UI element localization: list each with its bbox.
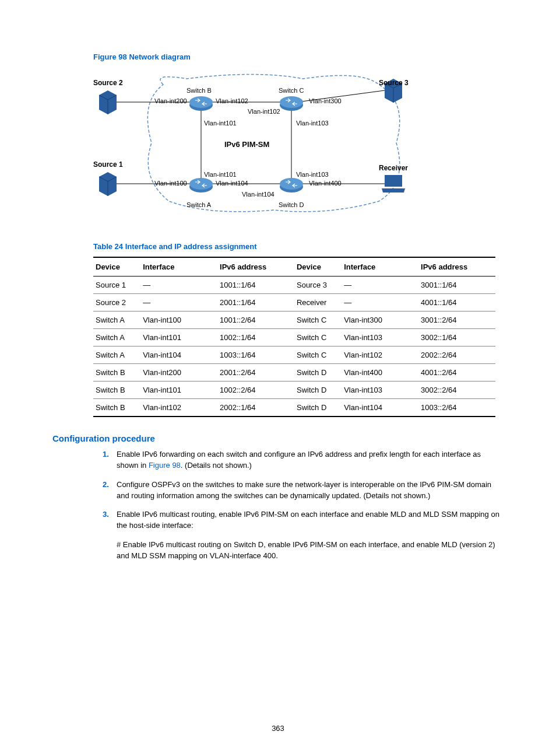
label-switchD: Switch D [279, 201, 304, 208]
table-cell: 2001::2/64 [217, 364, 294, 382]
iface-c102: Vlan-int102 [248, 108, 280, 115]
table-cell: Vlan-int400 [342, 364, 418, 382]
th-addr1: IPv6 address [217, 257, 294, 276]
iface-c103: Vlan-int103 [296, 120, 329, 127]
table-cell: Vlan-int103 [342, 382, 418, 399]
table-row: Switch BVlan-int1011002::2/64Switch DVla… [93, 382, 495, 399]
table-cell: — [342, 294, 418, 312]
table-cell: Vlan-int103 [342, 329, 418, 346]
table-cell: Vlan-int300 [342, 312, 418, 329]
section-title: Configuration procedure [52, 433, 504, 443]
table-cell: Vlan-int104 [342, 399, 418, 417]
iface-a104b: Vlan-int104 [242, 191, 275, 198]
table-cell: Switch D [294, 399, 342, 417]
table-cell: 2002::1/64 [217, 399, 294, 417]
table-row: Source 2—2001::1/64Receiver—4001::1/64 [93, 294, 495, 312]
svg-point-13 [189, 178, 213, 190]
table-cell: Switch C [294, 346, 342, 364]
table-row: Switch AVlan-int1001001::2/64Switch CVla… [93, 312, 495, 329]
table-cell: Switch D [294, 382, 342, 399]
th-interface1: Interface [140, 257, 217, 276]
table-cell: — [342, 276, 418, 294]
table-cell: 1003::2/64 [418, 399, 495, 417]
step1-b: . (Details not shown.) [181, 461, 252, 470]
iface-b102: Vlan-int102 [216, 97, 248, 104]
svg-point-15 [280, 178, 303, 190]
page-number: 363 [0, 724, 556, 733]
table-cell: 4001::1/64 [418, 294, 495, 312]
table-cell: 3001::1/64 [418, 276, 495, 294]
table-cell: 2002::2/64 [418, 346, 495, 364]
table-row: Switch BVlan-int2002001::2/64Switch DVla… [93, 364, 495, 382]
table-cell: Switch B [93, 399, 140, 417]
label-source1: Source 1 [93, 160, 123, 169]
table-cell: Source 3 [294, 276, 342, 294]
iface-a104: Vlan-int104 [216, 180, 248, 187]
table-cell: Switch B [93, 382, 140, 399]
label-source3: Source 3 [379, 79, 409, 87]
iface-d400: Vlan-int400 [309, 180, 342, 187]
table-cell: — [140, 294, 217, 312]
step-2: Configure OSPFv3 on the switches to make… [117, 480, 504, 502]
figure-caption: Figure 98 Network diagram [93, 52, 504, 61]
table-row: Switch AVlan-int1011002::1/64Switch CVla… [93, 329, 495, 346]
step-1: Enable IPv6 forwarding on each switch an… [117, 449, 504, 471]
table-cell: Vlan-int200 [140, 364, 217, 382]
label-switchC: Switch C [279, 87, 304, 94]
table-cell: Switch C [294, 312, 342, 329]
table-cell: Vlan-int102 [140, 399, 217, 417]
table-cell: 1002::2/64 [217, 382, 294, 399]
table-cell: — [140, 276, 217, 294]
th-addr2: IPv6 address [418, 257, 495, 276]
table-cell: Source 2 [93, 294, 140, 312]
iface-c300: Vlan-int300 [309, 97, 342, 104]
table-cell: Vlan-int101 [140, 382, 217, 399]
label-source2: Source 2 [93, 79, 123, 87]
th-device2: Device [294, 257, 342, 276]
table-cell: Receiver [294, 294, 342, 312]
table-cell: Switch A [93, 346, 140, 364]
table-row: Source 1—1001::1/64Source 3—3001::1/64 [93, 276, 495, 294]
table-cell: 1001::1/64 [217, 276, 294, 294]
iface-a101: Vlan-int101 [204, 171, 237, 178]
label-receiver: Receiver [379, 164, 408, 172]
label-switchB: Switch B [186, 87, 212, 94]
iface-b200: Vlan-int200 [154, 97, 187, 104]
table-cell: Vlan-int100 [140, 312, 217, 329]
table-cell: Source 1 [93, 276, 140, 294]
table-caption: Table 24 Interface and IP address assign… [93, 242, 504, 251]
table-cell: Vlan-int102 [342, 346, 418, 364]
iface-d103: Vlan-int103 [296, 171, 329, 178]
figure-ref[interactable]: Figure 98 [149, 461, 181, 470]
table-cell: 1001::2/64 [217, 312, 294, 329]
iface-a100: Vlan-int100 [154, 180, 187, 187]
table-row: Switch AVlan-int1041003::1/64Switch CVla… [93, 346, 495, 364]
table-cell: 4001::2/64 [418, 364, 495, 382]
iface-b101: Vlan-int101 [204, 120, 237, 127]
th-interface2: Interface [342, 257, 418, 276]
table-cell: Switch A [93, 312, 140, 329]
svg-point-11 [280, 96, 303, 108]
table-cell: Switch B [93, 364, 140, 382]
th-device1: Device [93, 257, 140, 276]
step3-detail: # Enable IPv6 multicast routing on Switc… [117, 540, 504, 562]
label-switchA: Switch A [186, 201, 211, 208]
table-cell: Switch D [294, 364, 342, 382]
table-cell: Vlan-int101 [140, 329, 217, 346]
table-cell: Switch A [93, 329, 140, 346]
network-diagram: Source 2 Source 3 Source 1 Receiver Swit… [93, 67, 455, 219]
table-cell: 1002::1/64 [217, 329, 294, 346]
table-cell: 3002::1/64 [418, 329, 495, 346]
table-cell: Switch C [294, 329, 342, 346]
table-row: Switch BVlan-int1022002::1/64Switch DVla… [93, 399, 495, 417]
table-cell: 3002::2/64 [418, 382, 495, 399]
table-cell: Vlan-int104 [140, 346, 217, 364]
table-cell: 3001::2/64 [418, 312, 495, 329]
table-cell: 1003::1/64 [217, 346, 294, 364]
address-table: Device Interface IPv6 address Device Int… [93, 257, 495, 417]
label-pimsm: IPv6 PIM-SM [224, 140, 269, 149]
svg-point-9 [189, 96, 213, 108]
step-3: Enable IPv6 multicast routing, enable IP… [117, 509, 504, 531]
table-cell: 2001::1/64 [217, 294, 294, 312]
